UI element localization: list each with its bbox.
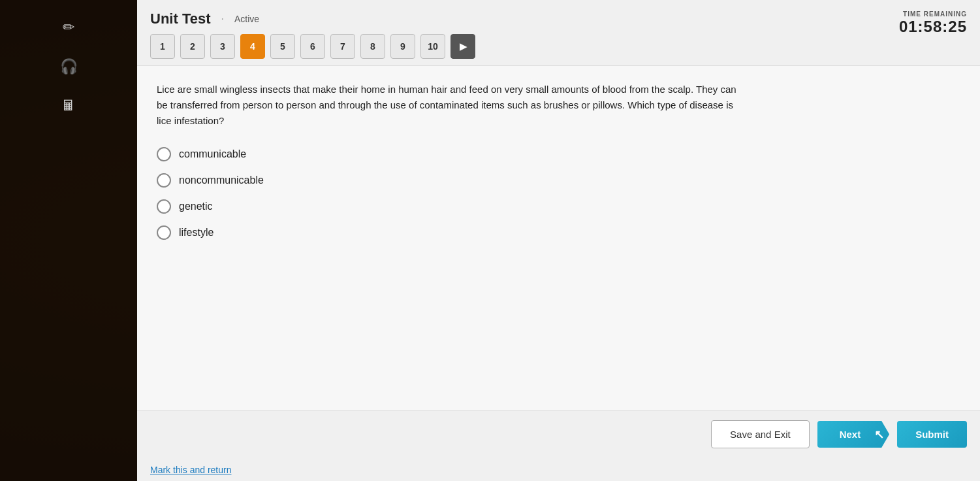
nav-btn-4[interactable]: 4 [240, 34, 265, 59]
timer-value: 01:58:25 [899, 18, 967, 36]
choice-lifestyle[interactable]: lifestyle [157, 225, 960, 240]
headphones-icon[interactable]: 🎧 [54, 52, 83, 81]
choice-communicable[interactable]: communicable [157, 147, 960, 161]
nav-btn-2[interactable]: 2 [180, 34, 205, 59]
choice-label-lifestyle: lifestyle [179, 227, 213, 239]
question-navigation: 1 2 3 4 5 6 7 8 9 10 ▶ [150, 34, 967, 59]
nav-btn-6[interactable]: 6 [300, 34, 325, 59]
sidebar: ✏ 🎧 🖩 [0, 0, 137, 481]
answer-choices: communicable noncommunicable genetic lif… [157, 147, 960, 240]
choice-label-genetic: genetic [179, 201, 213, 212]
pencil-icon[interactable]: ✏ [54, 13, 83, 42]
status-badge: Active [234, 14, 259, 24]
timer-label: TIME REMAINING [899, 10, 967, 18]
choice-label-noncommunicable: noncommunicable [179, 174, 264, 186]
calculator-icon[interactable]: 🖩 [54, 91, 83, 120]
submit-button[interactable]: Submit [897, 421, 967, 448]
choice-noncommunicable[interactable]: noncommunicable [157, 173, 960, 188]
radio-genetic[interactable] [157, 199, 171, 214]
nav-btn-8[interactable]: 8 [360, 34, 385, 59]
nav-btn-7[interactable]: 7 [330, 34, 355, 59]
radio-communicable[interactable] [157, 147, 171, 161]
action-bar: Save and Exit Next ↖ Submit [137, 410, 980, 457]
choice-genetic[interactable]: genetic [157, 199, 960, 214]
nav-btn-1[interactable]: 1 [150, 34, 175, 59]
timer-area: TIME REMAINING 01:58:25 [899, 10, 967, 36]
save-exit-button[interactable]: Save and Exit [711, 420, 810, 448]
next-button[interactable]: Next ↖ [817, 421, 890, 448]
cursor-icon: ↖ [874, 427, 884, 442]
radio-noncommunicable[interactable] [157, 173, 171, 188]
choice-label-communicable: communicable [179, 148, 246, 160]
nav-btn-3[interactable]: 3 [210, 34, 235, 59]
header: Unit Test · Active 1 2 3 4 5 6 7 8 9 10 … [137, 0, 980, 66]
question-area: Lice are small wingless insects that mak… [137, 66, 980, 410]
question-text: Lice are small wingless insects that mak… [157, 82, 744, 129]
nav-arrow-btn[interactable]: ▶ [450, 34, 475, 59]
main-content: Unit Test · Active 1 2 3 4 5 6 7 8 9 10 … [137, 0, 980, 481]
mark-return-link[interactable]: Mark this and return [150, 465, 232, 475]
nav-btn-9[interactable]: 9 [390, 34, 415, 59]
page-title: Unit Test [150, 10, 210, 27]
nav-btn-5[interactable]: 5 [270, 34, 295, 59]
nav-btn-10[interactable]: 10 [420, 34, 445, 59]
mark-link-area: Mark this and return [137, 457, 980, 481]
radio-lifestyle[interactable] [157, 225, 171, 240]
